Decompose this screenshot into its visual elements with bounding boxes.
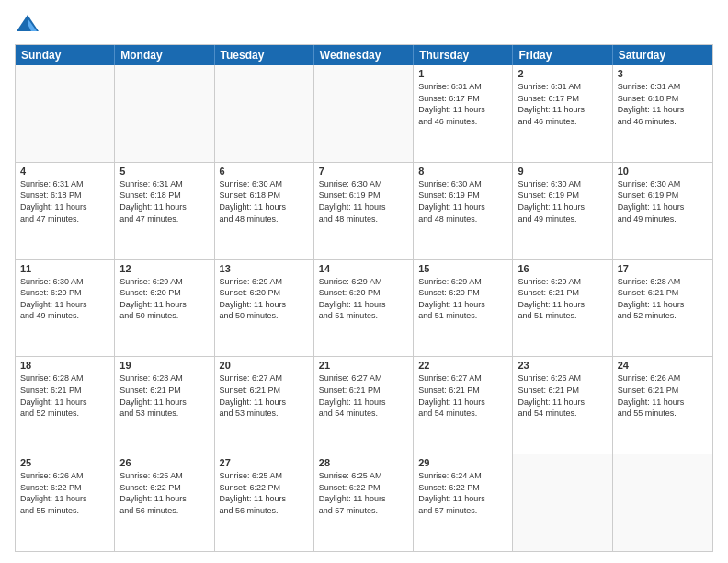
day-number: 29	[418, 457, 507, 468]
day-number: 16	[518, 263, 607, 274]
day-number: 2	[518, 68, 607, 79]
day-number: 21	[319, 360, 408, 371]
day-number: 28	[319, 457, 408, 468]
day-cell-18: 18Sunrise: 6:28 AMSunset: 6:21 PMDayligh…	[16, 357, 115, 454]
day-cell-10: 10Sunrise: 6:30 AMSunset: 6:19 PMDayligh…	[613, 163, 712, 259]
day-info: Sunrise: 6:31 AMSunset: 6:18 PMDaylight:…	[20, 178, 109, 224]
day-number: 23	[518, 360, 607, 371]
day-number: 19	[119, 360, 209, 371]
calendar: SundayMondayTuesdayWednesdayThursdayFrid…	[15, 44, 713, 552]
day-info: Sunrise: 6:25 AMSunset: 6:22 PMDaylight:…	[319, 470, 408, 516]
day-cell-12: 12Sunrise: 6:29 AMSunset: 6:20 PMDayligh…	[115, 260, 214, 357]
day-cell-19: 19Sunrise: 6:28 AMSunset: 6:21 PMDayligh…	[115, 357, 214, 454]
weekday-header-thursday: Thursday	[414, 45, 513, 65]
day-cell-25: 25Sunrise: 6:26 AMSunset: 6:22 PMDayligh…	[16, 454, 115, 551]
day-cell-21: 21Sunrise: 6:27 AMSunset: 6:21 PMDayligh…	[314, 357, 414, 454]
day-info: Sunrise: 6:29 AMSunset: 6:20 PMDaylight:…	[119, 276, 209, 322]
day-cell-20: 20Sunrise: 6:27 AMSunset: 6:21 PMDayligh…	[215, 357, 314, 454]
logo-icon	[15, 11, 40, 37]
day-info: Sunrise: 6:31 AMSunset: 6:18 PMDaylight:…	[618, 81, 708, 127]
day-cell-7: 7Sunrise: 6:30 AMSunset: 6:19 PMDaylight…	[314, 163, 414, 259]
day-cell-29: 29Sunrise: 6:24 AMSunset: 6:22 PMDayligh…	[414, 454, 513, 551]
day-cell-empty	[16, 65, 115, 162]
calendar-week-3: 11Sunrise: 6:30 AMSunset: 6:20 PMDayligh…	[16, 259, 712, 357]
day-info: Sunrise: 6:27 AMSunset: 6:21 PMDaylight:…	[220, 373, 309, 419]
day-number: 26	[119, 457, 209, 468]
day-cell-24: 24Sunrise: 6:26 AMSunset: 6:21 PMDayligh…	[613, 357, 712, 454]
day-info: Sunrise: 6:29 AMSunset: 6:20 PMDaylight:…	[220, 276, 309, 322]
day-number: 4	[20, 166, 109, 177]
weekday-header-monday: Monday	[115, 45, 214, 65]
day-info: Sunrise: 6:26 AMSunset: 6:21 PMDaylight:…	[518, 373, 607, 419]
day-number: 10	[618, 166, 708, 177]
day-info: Sunrise: 6:31 AMSunset: 6:17 PMDaylight:…	[418, 81, 507, 127]
calendar-week-1: 1Sunrise: 6:31 AMSunset: 6:17 PMDaylight…	[16, 65, 712, 162]
day-number: 6	[220, 166, 309, 177]
day-info: Sunrise: 6:30 AMSunset: 6:18 PMDaylight:…	[220, 178, 309, 224]
day-cell-2: 2Sunrise: 6:31 AMSunset: 6:17 PMDaylight…	[513, 65, 612, 162]
day-cell-3: 3Sunrise: 6:31 AMSunset: 6:18 PMDaylight…	[613, 65, 712, 162]
day-number: 7	[319, 166, 408, 177]
calendar-week-4: 18Sunrise: 6:28 AMSunset: 6:21 PMDayligh…	[16, 356, 712, 454]
day-cell-4: 4Sunrise: 6:31 AMSunset: 6:18 PMDaylight…	[16, 163, 115, 259]
calendar-header-row: SundayMondayTuesdayWednesdayThursdayFrid…	[16, 45, 712, 65]
day-info: Sunrise: 6:29 AMSunset: 6:20 PMDaylight:…	[319, 276, 408, 322]
day-cell-22: 22Sunrise: 6:27 AMSunset: 6:21 PMDayligh…	[414, 357, 513, 454]
day-number: 11	[20, 263, 109, 274]
day-info: Sunrise: 6:28 AMSunset: 6:21 PMDaylight:…	[119, 373, 209, 419]
weekday-header-sunday: Sunday	[16, 45, 115, 65]
day-info: Sunrise: 6:25 AMSunset: 6:22 PMDaylight:…	[220, 470, 309, 516]
day-info: Sunrise: 6:29 AMSunset: 6:21 PMDaylight:…	[518, 276, 607, 322]
day-info: Sunrise: 6:27 AMSunset: 6:21 PMDaylight:…	[418, 373, 507, 419]
day-number: 13	[220, 263, 309, 274]
day-info: Sunrise: 6:25 AMSunset: 6:22 PMDaylight:…	[119, 470, 209, 516]
day-cell-26: 26Sunrise: 6:25 AMSunset: 6:22 PMDayligh…	[115, 454, 214, 551]
day-cell-27: 27Sunrise: 6:25 AMSunset: 6:22 PMDayligh…	[215, 454, 314, 551]
weekday-header-friday: Friday	[513, 45, 612, 65]
day-number: 15	[418, 263, 507, 274]
day-info: Sunrise: 6:24 AMSunset: 6:22 PMDaylight:…	[418, 470, 507, 516]
calendar-body: 1Sunrise: 6:31 AMSunset: 6:17 PMDaylight…	[16, 65, 712, 551]
day-number: 3	[618, 68, 708, 79]
day-number: 18	[20, 360, 109, 371]
day-info: Sunrise: 6:26 AMSunset: 6:21 PMDaylight:…	[618, 373, 708, 419]
day-number: 27	[220, 457, 309, 468]
day-number: 14	[319, 263, 408, 274]
day-cell-9: 9Sunrise: 6:30 AMSunset: 6:19 PMDaylight…	[513, 163, 612, 259]
day-cell-16: 16Sunrise: 6:29 AMSunset: 6:21 PMDayligh…	[513, 260, 612, 357]
day-number: 22	[418, 360, 507, 371]
day-cell-empty	[513, 454, 612, 551]
day-number: 5	[119, 166, 209, 177]
day-number: 24	[618, 360, 708, 371]
weekday-header-tuesday: Tuesday	[215, 45, 314, 65]
day-number: 12	[119, 263, 209, 274]
day-cell-23: 23Sunrise: 6:26 AMSunset: 6:21 PMDayligh…	[513, 357, 612, 454]
day-info: Sunrise: 6:29 AMSunset: 6:20 PMDaylight:…	[418, 276, 507, 322]
day-info: Sunrise: 6:28 AMSunset: 6:21 PMDaylight:…	[20, 373, 109, 419]
calendar-week-2: 4Sunrise: 6:31 AMSunset: 6:18 PMDaylight…	[16, 162, 712, 259]
day-cell-empty	[115, 65, 214, 162]
day-cell-28: 28Sunrise: 6:25 AMSunset: 6:22 PMDayligh…	[314, 454, 414, 551]
day-info: Sunrise: 6:31 AMSunset: 6:17 PMDaylight:…	[518, 81, 607, 127]
calendar-week-5: 25Sunrise: 6:26 AMSunset: 6:22 PMDayligh…	[16, 454, 712, 551]
day-info: Sunrise: 6:30 AMSunset: 6:19 PMDaylight:…	[319, 178, 408, 224]
day-cell-1: 1Sunrise: 6:31 AMSunset: 6:17 PMDaylight…	[414, 65, 513, 162]
day-number: 1	[418, 68, 507, 79]
day-info: Sunrise: 6:28 AMSunset: 6:21 PMDaylight:…	[618, 276, 708, 322]
day-cell-6: 6Sunrise: 6:30 AMSunset: 6:18 PMDaylight…	[215, 163, 314, 259]
day-number: 25	[20, 457, 109, 468]
day-number: 20	[220, 360, 309, 371]
day-cell-5: 5Sunrise: 6:31 AMSunset: 6:18 PMDaylight…	[115, 163, 214, 259]
day-number: 8	[418, 166, 507, 177]
day-info: Sunrise: 6:27 AMSunset: 6:21 PMDaylight:…	[319, 373, 408, 419]
day-info: Sunrise: 6:26 AMSunset: 6:22 PMDaylight:…	[20, 470, 109, 516]
day-cell-8: 8Sunrise: 6:30 AMSunset: 6:19 PMDaylight…	[414, 163, 513, 259]
day-cell-11: 11Sunrise: 6:30 AMSunset: 6:20 PMDayligh…	[16, 260, 115, 357]
day-info: Sunrise: 6:30 AMSunset: 6:19 PMDaylight:…	[418, 178, 507, 224]
day-cell-17: 17Sunrise: 6:28 AMSunset: 6:21 PMDayligh…	[613, 260, 712, 357]
weekday-header-wednesday: Wednesday	[314, 45, 414, 65]
day-cell-14: 14Sunrise: 6:29 AMSunset: 6:20 PMDayligh…	[314, 260, 414, 357]
day-info: Sunrise: 6:31 AMSunset: 6:18 PMDaylight:…	[119, 178, 209, 224]
day-info: Sunrise: 6:30 AMSunset: 6:19 PMDaylight:…	[518, 178, 607, 224]
day-cell-15: 15Sunrise: 6:29 AMSunset: 6:20 PMDayligh…	[414, 260, 513, 357]
